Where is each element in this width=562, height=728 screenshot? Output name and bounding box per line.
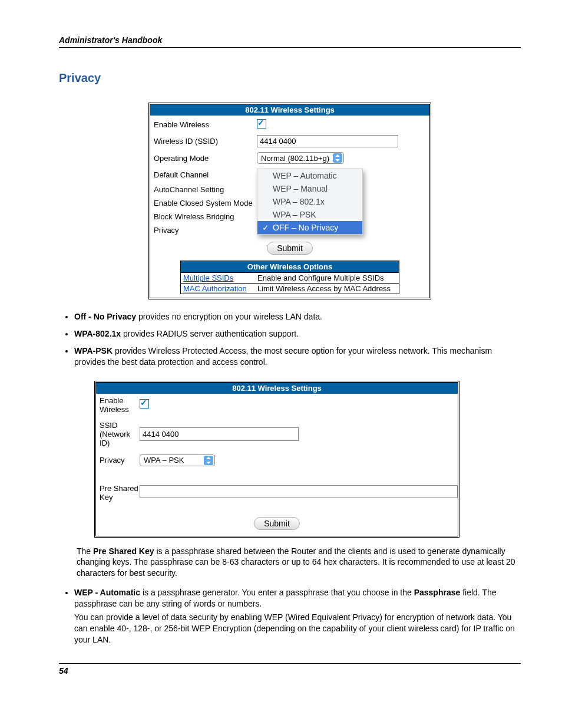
panel2-title: 802.11 Wireless Settings [96,383,458,394]
other-options-title: Other Wireless Options [181,261,399,273]
running-header: Administrator's Handbook [59,35,521,48]
submit-button-2[interactable]: Submit [254,517,300,530]
psk-paragraph: The Pre Shared Key is a passphrase share… [77,546,521,579]
panel1-title: 802.11 Wireless Settings [150,104,429,116]
bullet-wpa8021x: WPA-802.1x provides RADIUS server authen… [74,328,521,340]
label-enable-wireless-2: Enable Wireless [100,396,140,414]
label-privacy: Privacy [154,226,257,235]
label-block-bridging: Block Wireless Bridging [154,212,257,221]
label-autochannel: AutoChannel Setting [154,185,257,194]
select-opmode[interactable]: Normal (802.11b+g) [257,152,344,164]
label-closed-system: Enable Closed System Mode [154,199,257,207]
privacy-option-selected[interactable]: OFF – No Privacy [257,221,362,234]
select-opmode-value: Normal (802.11b+g) [261,154,329,163]
privacy-option[interactable]: WEP – Manual [257,182,362,195]
bullet-off: Off - No Privacy provides no encryption … [74,311,521,322]
input-psk[interactable] [140,485,458,498]
wep-subparagraph: You can provide a level of data security… [74,612,521,645]
select-privacy-2-value: WPA – PSK [144,456,200,465]
submit-button[interactable]: Submit [267,242,313,255]
label-privacy-2: Privacy [100,456,140,465]
input-ssid-2[interactable]: 4414 0400 [140,427,299,441]
bullet-wpapsk: WPA-PSK provides Wireless Protected Acce… [74,345,521,368]
select-privacy-2[interactable]: WPA – PSK [140,454,215,466]
desc-mac-auth: Limit Wireless Access by MAC Address [257,284,391,293]
wireless-settings-panel-1: 802.11 Wireless Settings Enable Wireless… [148,103,431,299]
stepper-icon [333,153,342,163]
label-ssid: Wireless ID (SSID) [154,137,257,146]
wireless-settings-panel-2: 802.11 Wireless Settings Enable Wireless… [94,381,459,538]
privacy-dropdown[interactable]: WEP – Automatic WEP – Manual WPA – 802.1… [257,169,363,235]
label-channel: Default Channel [154,170,257,179]
page-number: 54 [59,666,68,676]
privacy-option[interactable]: WPA – PSK [257,208,362,221]
label-enable-wireless: Enable Wireless [154,120,257,129]
stepper-icon [204,456,213,465]
page-footer: 54 [59,663,521,676]
label-psk: Pre Shared Key [100,473,140,502]
privacy-option[interactable]: WPA – 802.1x [257,195,362,208]
privacy-option[interactable]: WEP – Automatic [257,169,362,182]
section-title: Privacy [59,71,521,85]
input-ssid[interactable]: 4414 0400 [257,135,398,147]
desc-multiple-ssids: Enable and Configure Multiple SSIDs [257,274,384,282]
checkbox-enable-wireless-2[interactable] [140,399,149,409]
link-multiple-ssids[interactable]: Multiple SSIDs [183,274,254,282]
checkbox-enable-wireless[interactable] [257,119,266,129]
other-wireless-options: Other Wireless Options Multiple SSIDs En… [180,261,399,294]
label-ssid-2: SSID (Network ID) [100,421,140,447]
bullet-wep-auto: WEP - Automatic is a passphrase generato… [74,587,521,645]
wep-bullet-list: WEP - Automatic is a passphrase generato… [74,587,521,645]
link-mac-auth[interactable]: MAC Authorization [183,284,254,293]
privacy-bullet-list: Off - No Privacy provides no encryption … [74,311,521,368]
label-opmode: Operating Mode [154,154,257,163]
